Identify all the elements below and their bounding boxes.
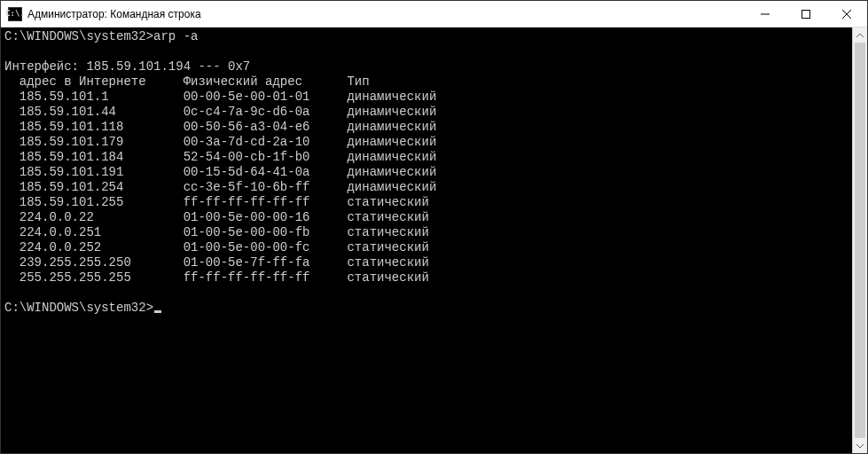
- terminal-line: 224.0.0.252 01-00-5e-00-00-fc статически…: [4, 240, 429, 254]
- chevron-up-icon: [856, 32, 864, 39]
- close-button[interactable]: [826, 1, 867, 27]
- terminal-line: 185.59.101.255 ff-ff-ff-ff-ff-ff статиче…: [4, 195, 429, 209]
- scrollbar-thumb[interactable]: [855, 43, 865, 438]
- minimize-button[interactable]: [745, 1, 786, 27]
- svg-rect-1: [802, 10, 810, 18]
- cursor: [154, 310, 161, 313]
- vertical-scrollbar[interactable]: [852, 27, 867, 453]
- terminal-line: 239.255.255.250 01-00-5e-7f-ff-fa статич…: [4, 255, 429, 270]
- scroll-down-button[interactable]: [853, 438, 867, 453]
- minimize-icon: [761, 10, 770, 19]
- terminal-line: C:\WINDOWS\system32>arp -a: [4, 29, 198, 43]
- app-icon: C:\.: [8, 7, 22, 21]
- titlebar[interactable]: C:\. Администратор: Командная строка: [1, 1, 867, 27]
- terminal-line: Интерфейс: 185.59.101.194 --- 0x7: [4, 59, 250, 74]
- terminal-output[interactable]: C:\WINDOWS\system32>arp -a Интерфейс: 18…: [1, 27, 852, 453]
- terminal-line: 185.59.101.1 00-00-5e-00-01-01 динамичес…: [4, 90, 436, 104]
- maximize-button[interactable]: [786, 1, 826, 27]
- terminal-line: 185.59.101.184 52-54-00-cb-1f-b0 динамич…: [4, 150, 436, 164]
- prompt-line: C:\WINDOWS\system32>: [4, 301, 153, 315]
- terminal-line: 255.255.255.255 ff-ff-ff-ff-ff-ff статич…: [4, 270, 429, 285]
- terminal-line: 185.59.101.179 00-3a-7d-cd-2a-10 динамич…: [4, 135, 436, 149]
- terminal-line: 185.59.101.191 00-15-5d-64-41-0a динамич…: [4, 165, 436, 179]
- terminal-line: 185.59.101.254 cc-3e-5f-10-6b-ff динамич…: [4, 180, 436, 194]
- scrollbar-track[interactable]: [853, 43, 867, 438]
- terminal-line: 224.0.0.22 01-00-5e-00-00-16 статический: [4, 210, 429, 224]
- chevron-down-icon: [856, 442, 864, 450]
- terminal-line: 185.59.101.118 00-50-56-a3-04-e6 динамич…: [4, 120, 436, 134]
- close-icon: [842, 10, 851, 19]
- maximize-icon: [802, 10, 810, 19]
- command-prompt-window: C:\. Администратор: Командная строка C:\…: [0, 0, 868, 454]
- window-title: Администратор: Командная строка: [27, 8, 745, 20]
- terminal-area: C:\WINDOWS\system32>arp -a Интерфейс: 18…: [1, 27, 867, 453]
- terminal-line: 224.0.0.251 01-00-5e-00-00-fb статически…: [4, 225, 429, 239]
- terminal-line: 185.59.101.44 0c-c4-7a-9c-d6-0a динамиче…: [4, 105, 436, 119]
- terminal-line: адрес в Интернете Физический адрес Тип: [4, 74, 370, 89]
- scroll-up-button[interactable]: [853, 27, 867, 43]
